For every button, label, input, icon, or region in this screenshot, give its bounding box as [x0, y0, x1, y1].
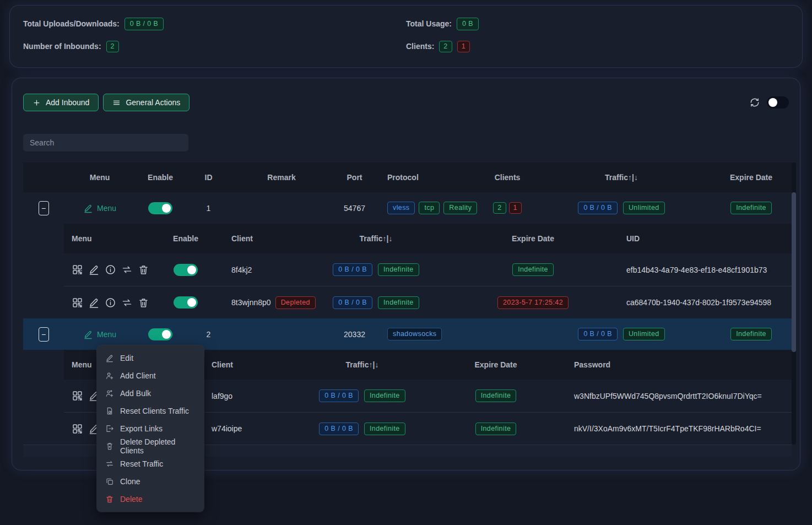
menu-item-delete-depleted-clients[interactable]: Delete Depleted Clients: [97, 437, 204, 455]
header-traffic-sort[interactable]: Traffic↑|↓: [532, 163, 711, 192]
traffic-badge: 0 B / 0 B: [319, 423, 359, 435]
add-inbound-label: Add Inbound: [46, 98, 89, 107]
traffic-limit-badge: Unlimited: [623, 328, 665, 340]
add-bulk-icon: [105, 389, 114, 398]
info-icon[interactable]: [105, 264, 116, 275]
stat-clients: Clients: 2 1: [406, 38, 789, 55]
inbound-remark: [232, 192, 331, 224]
edit-client-icon[interactable]: [88, 297, 100, 308]
header-client: Client: [206, 350, 300, 380]
inbound-row-1: − Menu 1 54767 vless tcp Reality 2 1 0: [23, 192, 792, 224]
header-expire-date: Expire Date: [424, 350, 567, 380]
total-usage-badge: 0 B: [457, 18, 479, 30]
menu-item-export-links[interactable]: Export Links: [97, 420, 204, 437]
traffic-limit-badge: Indefinite: [378, 263, 419, 276]
inbound-menu-label: Menu: [97, 204, 116, 213]
header-enable: Enable: [165, 224, 206, 253]
menu-item-add-client[interactable]: Add Client: [97, 367, 204, 385]
delete-icon: [105, 495, 114, 504]
toolbar-toggle[interactable]: [767, 96, 789, 109]
protocol-badge: Reality: [443, 202, 477, 214]
delete-depleted-clients-icon: [105, 442, 114, 451]
enable-toggle[interactable]: [148, 202, 172, 214]
stat-label: Total Uploads/Downloads:: [23, 19, 120, 28]
inbound-menu-label: Menu: [97, 330, 116, 339]
protocol-badge: shadowsocks: [387, 328, 442, 340]
delete-client-icon[interactable]: [138, 297, 149, 308]
toolbar: Add Inbound General Actions: [23, 94, 789, 111]
client-name: w74ioipe: [206, 413, 300, 445]
client-uid: ca68470b-1940-437d-802b-1f9573e94598: [620, 286, 792, 318]
delete-client-icon[interactable]: [138, 264, 149, 275]
client-enable-toggle[interactable]: [174, 264, 198, 276]
header-enable: Enable: [136, 163, 185, 192]
expire-badge: Indefinite: [512, 263, 554, 276]
total-uploads-downloads-badge: 0 B / 0 B: [124, 18, 164, 30]
client-name: 8f4kj2: [206, 253, 306, 286]
header-password: Password: [567, 350, 792, 380]
traffic-limit-badge: Unlimited: [623, 202, 665, 214]
clients-depleted-badge: 1: [509, 202, 522, 214]
menu-item-reset-traffic[interactable]: Reset Traffic: [97, 455, 204, 473]
inbound-id: 1: [185, 192, 232, 224]
expire-badge: Indefinite: [730, 328, 772, 340]
header-expire-date: Expire Date: [446, 224, 620, 253]
protocol-badge: vless: [387, 202, 415, 214]
inbound-port: 20332: [331, 318, 378, 350]
table-header-row: Menu Enable ID Remark Port Protocol Clie…: [23, 163, 792, 192]
general-actions-label: General Actions: [126, 98, 180, 107]
inbound-port: 54767: [331, 192, 378, 224]
info-icon[interactable]: [105, 297, 116, 308]
inbound-menu-button[interactable]: Menu: [83, 329, 116, 339]
collapse-row-button[interactable]: −: [39, 201, 49, 215]
stat-label: Clients:: [406, 42, 434, 51]
enable-toggle[interactable]: [148, 328, 172, 340]
qr-code-icon[interactable]: [72, 297, 83, 308]
protocol-badge: tcp: [419, 202, 440, 214]
client-name: 8t3wjnn8p0: [231, 298, 271, 307]
traffic-badge: 0 B / 0 B: [333, 263, 372, 276]
qr-code-icon[interactable]: [72, 264, 83, 275]
header-expire-date: Expire Date: [711, 163, 792, 192]
header-client: Client: [206, 224, 306, 253]
refresh-icon[interactable]: [749, 97, 760, 108]
client-enable-toggle[interactable]: [174, 296, 198, 308]
inbound-menu-button[interactable]: Menu: [83, 203, 116, 213]
reset-traffic-icon: [105, 459, 114, 468]
inbound-context-menu: Edit Add Client Add Bulk Reset Clients T…: [97, 345, 204, 512]
menu-item-edit[interactable]: Edit: [97, 349, 204, 367]
search-input[interactable]: [23, 134, 188, 151]
traffic-limit-badge: Indefinite: [364, 423, 405, 435]
clients-depleted-badge: 1: [457, 41, 470, 52]
edit-pencil-icon: [83, 329, 93, 339]
menu-item-clone[interactable]: Clone: [97, 473, 204, 490]
add-inbound-button[interactable]: Add Inbound: [23, 94, 99, 111]
traffic-badge: 0 B / 0 B: [578, 328, 618, 340]
table-scrollbar-thumb[interactable]: [792, 192, 796, 352]
expire-badge: Indefinite: [475, 389, 517, 402]
collapse-row-button[interactable]: −: [39, 327, 49, 342]
header-traffic-sort[interactable]: Traffic↑|↓: [306, 224, 446, 253]
header-protocol: Protocol: [378, 163, 483, 192]
client-row: 8f4kj2 0 B / 0 B Indefinite Indefinite e…: [64, 253, 792, 286]
menu-lines-icon: [112, 99, 121, 107]
edit-client-icon[interactable]: [88, 264, 100, 275]
stats-card: Total Uploads/Downloads: 0 B / 0 B Total…: [10, 6, 802, 67]
reset-traffic-icon[interactable]: [121, 264, 133, 275]
menu-item-add-bulk[interactable]: Add Bulk: [97, 385, 204, 402]
traffic-limit-badge: Indefinite: [378, 296, 419, 309]
general-actions-button[interactable]: General Actions: [103, 94, 190, 111]
edit-pencil-icon: [83, 203, 93, 213]
qr-code-icon[interactable]: [72, 390, 83, 402]
menu-item-delete[interactable]: Delete: [97, 490, 204, 508]
clone-icon: [105, 477, 114, 486]
menu-item-reset-clients-traffic[interactable]: Reset Clients Traffic: [97, 402, 204, 420]
clients-active-badge: 2: [493, 202, 506, 214]
client-row: 8t3wjnn8p0 Depleted 0 B / 0 B Indefinite…: [64, 286, 792, 318]
traffic-limit-badge: Indefinite: [364, 389, 405, 402]
reset-traffic-icon[interactable]: [121, 297, 133, 308]
header-uid: UID: [620, 224, 792, 253]
header-traffic-sort[interactable]: Traffic↑|↓: [300, 350, 424, 380]
header-port: Port: [331, 163, 378, 192]
qr-code-icon[interactable]: [72, 423, 83, 435]
